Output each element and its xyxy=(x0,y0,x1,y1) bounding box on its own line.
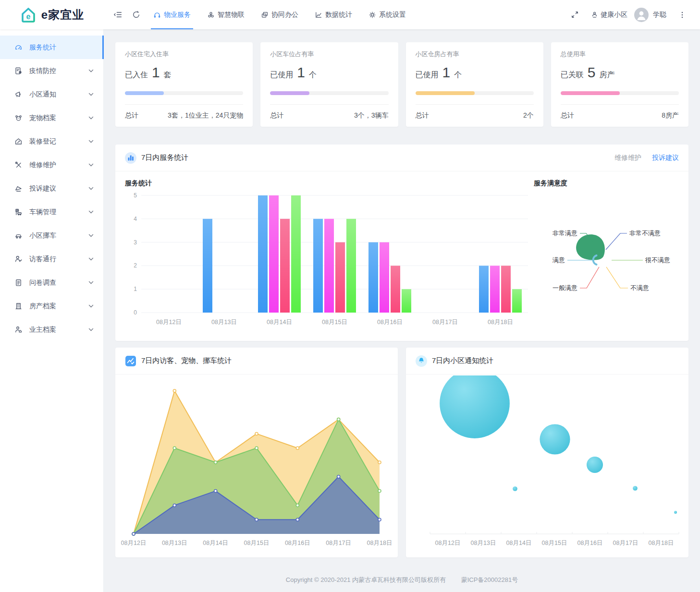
brand-logo[interactable]: e e家宜业 xyxy=(0,6,104,24)
svg-text:08月13日: 08月13日 xyxy=(162,540,187,546)
gauge-icon xyxy=(14,43,23,51)
car-icon xyxy=(14,231,23,240)
stat-cards: 小区住宅入住率 已入住 1 套 总计 3套，1位业主，24只宠物 小区车位占有率… xyxy=(115,42,688,127)
bell-badge-icon xyxy=(416,355,427,367)
service-stats-panel: 7日内服务统计 维修维护 投诉建议 服务统计 01234508月12日08月13… xyxy=(115,145,688,341)
community-switcher[interactable]: 健康小区 xyxy=(590,11,627,19)
svg-text:非常不满意: 非常不满意 xyxy=(629,230,661,237)
card-total-value: 8房产 xyxy=(662,111,679,120)
nav-tab-label: 智慧物联 xyxy=(218,11,245,19)
service-panel-header: 7日内服务统计 维修维护 投诉建议 xyxy=(115,145,688,171)
sidebar-item-label: 业主档案 xyxy=(29,326,88,334)
complaint-icon xyxy=(14,184,23,193)
card-progress-fill xyxy=(561,91,620,95)
visitor-area-chart: 08月12日08月13日08月14日08月15日08月16日08月17日08月1… xyxy=(121,375,392,557)
sidebar-item-12[interactable]: 业主档案 xyxy=(0,318,103,341)
bar-chart-badge-icon xyxy=(125,152,136,164)
card-value-prefix: 已使用 xyxy=(416,70,439,80)
repair-link[interactable]: 维修维护 xyxy=(614,154,641,161)
sidebar-item-label: 小区通知 xyxy=(29,90,88,99)
svg-text:一般满意: 一般满意 xyxy=(553,284,577,291)
fullscreen-icon[interactable] xyxy=(565,6,584,24)
renovation-icon xyxy=(14,137,23,145)
sidebar-item-1[interactable]: 疫情防控 xyxy=(0,59,103,83)
sidebar: 服务统计疫情防控小区通知宠物档案装修登记维修维护投诉建议车辆管理小区挪车访客通行… xyxy=(0,29,104,592)
notice-panel-header: 7日内小区通知统计 xyxy=(406,348,688,375)
card-divider xyxy=(270,104,388,105)
stat-card-1: 小区车位占有率 已使用 1 个 总计 3个，3辆车 xyxy=(260,42,398,127)
copyright-text: Copyright © 2020-2021 内蒙古卓瓦科技有限公司版权所有 xyxy=(286,576,446,583)
nav-tabs: 物业服务智慧物联协同办公数据统计系统设置 xyxy=(145,0,414,29)
svg-text:08月15日: 08月15日 xyxy=(244,540,270,546)
card-value-prefix: 已入住 xyxy=(125,70,148,80)
card-total-value: 3套，1位业主，24只宠物 xyxy=(168,111,243,120)
nav-tab-0[interactable]: 物业服务 xyxy=(145,0,199,29)
card-value-unit: 套 xyxy=(164,70,172,80)
visitor-panel-title: 7日内访客、宠物、挪车统计 xyxy=(141,356,232,365)
user-menu[interactable]: 学聪 xyxy=(634,8,666,22)
survey-icon xyxy=(14,278,23,287)
satisfaction-pie-col: 服务满意度 非常满意满意一般满意非常不满意很不满意不满意 xyxy=(532,179,682,334)
username: 学聪 xyxy=(653,11,666,19)
chevron-down-icon xyxy=(88,140,94,144)
sidebar-item-9[interactable]: 访客通行 xyxy=(0,247,103,271)
sidebar-item-0[interactable]: 服务统计 xyxy=(0,36,103,59)
sidebar-item-10[interactable]: 问卷调查 xyxy=(0,271,103,294)
notice-bubble-chart: 08月12日08月13日08月14日08月15日08月16日08月17日08月1… xyxy=(412,375,682,557)
line-chart-badge-icon xyxy=(125,355,136,367)
svg-text:08月16日: 08月16日 xyxy=(285,540,310,546)
svg-text:08月17日: 08月17日 xyxy=(326,540,351,546)
nav-tab-3[interactable]: 数据统计 xyxy=(307,0,360,29)
chevron-down-icon xyxy=(88,93,94,97)
visitor-panel-header: 7日内访客、宠物、挪车统计 xyxy=(115,348,398,375)
visitor-chart-wrap: 08月12日08月13日08月14日08月15日08月16日08月17日08月1… xyxy=(115,375,398,557)
card-value-number: 1 xyxy=(297,64,305,81)
svg-text:08月14日: 08月14日 xyxy=(267,319,292,326)
bar-chart-title: 服务统计 xyxy=(125,179,532,188)
sidebar-item-7[interactable]: 车辆管理 xyxy=(0,200,103,224)
epidemic-icon xyxy=(14,67,23,75)
sidebar-item-3[interactable]: 宠物档案 xyxy=(0,106,103,130)
nav-tab-2[interactable]: 协同办公 xyxy=(253,0,307,29)
svg-text:08月17日: 08月17日 xyxy=(432,319,458,326)
svg-text:非常满意: 非常满意 xyxy=(553,230,577,237)
notice-panel-title: 7日内小区通知统计 xyxy=(432,356,493,365)
card-total-label: 总计 xyxy=(561,111,574,120)
card-progress-fill xyxy=(416,91,475,95)
nav-tab-1[interactable]: 智慧物联 xyxy=(199,0,253,29)
sidebar-item-2[interactable]: 小区通知 xyxy=(0,83,103,106)
svg-text:08月12日: 08月12日 xyxy=(435,540,461,546)
complaint-link[interactable]: 投诉建议 xyxy=(652,154,679,161)
card-value-unit: 个 xyxy=(454,70,462,80)
svg-text:0: 0 xyxy=(134,309,137,316)
visitor-stats-panel: 7日内访客、宠物、挪车统计 08月12日08月13日08月14日08月15日08… xyxy=(115,348,398,557)
svg-text:08月16日: 08月16日 xyxy=(377,319,403,326)
sidebar-item-11[interactable]: 房产档案 xyxy=(0,294,103,318)
more-menu-icon[interactable] xyxy=(673,6,691,24)
svg-text:08月13日: 08月13日 xyxy=(471,540,496,546)
navbar-right: 健康小区 学聪 xyxy=(565,0,700,29)
pie-chart-title: 服务满意度 xyxy=(534,179,682,188)
card-total-label: 总计 xyxy=(270,111,283,120)
sidebar-item-5[interactable]: 维修维护 xyxy=(0,153,103,177)
refresh-icon[interactable] xyxy=(127,6,145,24)
sidebar-item-8[interactable]: 小区挪车 xyxy=(0,224,103,247)
svg-text:满意: 满意 xyxy=(552,256,565,264)
svg-text:5: 5 xyxy=(134,192,137,199)
chevron-down-icon xyxy=(88,281,94,285)
nav-tab-4[interactable]: 系统设置 xyxy=(360,0,414,29)
card-value-number: 1 xyxy=(152,64,160,81)
svg-text:08月16日: 08月16日 xyxy=(577,540,603,546)
sidebar-item-4[interactable]: 装修登记 xyxy=(0,130,103,153)
svg-text:08月14日: 08月14日 xyxy=(506,540,532,546)
collapse-sidebar-icon[interactable] xyxy=(109,6,127,24)
chevron-down-icon xyxy=(88,210,94,214)
visitor-icon xyxy=(14,255,23,263)
card-value-unit: 个 xyxy=(309,70,317,80)
notice-stats-panel: 7日内小区通知统计 08月12日08月13日08月14日08月15日08月16日… xyxy=(406,348,688,557)
community-name: 健康小区 xyxy=(601,11,627,19)
tools-icon xyxy=(14,161,23,169)
notice-chart-wrap: 08月12日08月13日08月14日08月15日08月16日08月17日08月1… xyxy=(406,375,688,557)
icp-text: 蒙ICP备20002281号 xyxy=(461,576,518,583)
sidebar-item-6[interactable]: 投诉建议 xyxy=(0,177,103,200)
